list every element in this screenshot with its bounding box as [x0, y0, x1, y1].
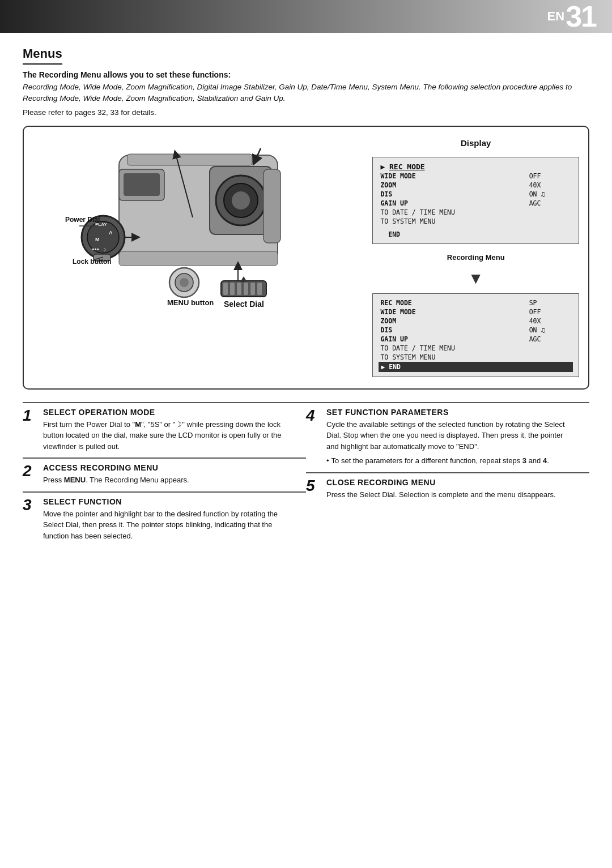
menu-row-zoom-label: ZOOM — [379, 181, 527, 190]
svg-rect-28 — [237, 283, 241, 295]
page-number: 31 — [566, 2, 596, 31]
recording-menu-label: Recording Menu — [372, 253, 579, 262]
step-4-bullet: • To set the parameters for a different … — [326, 455, 576, 467]
svg-rect-27 — [230, 283, 235, 295]
menu2-wide-mode-val: OFF — [528, 307, 573, 317]
menu2-rec-mode-val: SP — [528, 298, 573, 307]
diagram-right: Display ▶ REC MODE WIDE MODE OFF ZOOM 40… — [372, 138, 579, 377]
svg-rect-29 — [244, 283, 248, 295]
menu-end-1: END — [379, 226, 573, 239]
menu2-gainup-val: AGC — [528, 335, 573, 344]
intro-normal: Please refer to pages 32, 33 for details… — [23, 108, 589, 117]
step-4: 4 SET FUNCTION PARAMETERS Cycle the avai… — [306, 402, 589, 472]
step-1: 1 SELECT OPERATION MODE First turn the P… — [23, 402, 306, 458]
en-label: EN — [547, 9, 565, 24]
menu-row-zoom-val: 40X — [528, 181, 573, 190]
svg-rect-26 — [223, 283, 228, 295]
step-1-body: First turn the Power Dial to "M", "5S" o… — [43, 419, 292, 452]
step-3-title: SELECT FUNCTION — [43, 497, 292, 506]
menu2-system-label: TO SYSTEM MENU — [379, 353, 573, 362]
step-3-body: Move the pointer and highlight bar to th… — [43, 508, 292, 542]
svg-rect-7 — [128, 154, 252, 165]
menu-row-wide-mode-val: OFF — [528, 172, 573, 181]
steps-container: 1 SELECT OPERATION MODE First turn the P… — [23, 402, 589, 548]
menu-row-gainup-val: AGC — [528, 199, 573, 208]
menu2-date-label: TO DATE / TIME MENU — [379, 344, 573, 353]
svg-text:Power Dial: Power Dial — [65, 216, 100, 224]
step-5-title: CLOSE RECORDING MENU — [326, 478, 576, 487]
steps-left: 1 SELECT OPERATION MODE First turn the P… — [23, 402, 306, 548]
svg-text:M: M — [95, 237, 100, 242]
main-content: Menus The Recording Menu allows you to s… — [0, 33, 612, 564]
camera-diagram-svg: PLAY A M ●●● ☽ — [62, 138, 334, 308]
menu-row-gainup-label: GAIN UP — [379, 199, 527, 208]
camera-area: PLAY A M ●●● ☽ — [33, 138, 363, 308]
step-3-number: 3 — [23, 497, 39, 513]
menu-row-dis-val: ON ♫ — [528, 190, 573, 199]
step-4-number: 4 — [306, 408, 322, 424]
step-2-title: ACCESS RECORDING MENU — [43, 463, 292, 472]
svg-text:A: A — [109, 230, 113, 236]
intro-bold: The Recording Menu allows you to set the… — [23, 70, 589, 79]
menu2-wide-mode-label: WIDE MODE — [379, 307, 527, 317]
menu2-gainup-label: GAIN UP — [379, 335, 527, 344]
menu2-dis-label: DIS — [379, 326, 527, 335]
arrow-down-icon: ▼ — [372, 271, 579, 287]
step-4-body: Cycle the available settings of the sele… — [326, 419, 576, 452]
step-2-content: ACCESS RECORDING MENU Press MENU. The Re… — [43, 463, 292, 486]
svg-rect-9 — [119, 251, 278, 266]
svg-text:Select Dial: Select Dial — [224, 300, 264, 308]
step-5: 5 CLOSE RECORDING MENU Press the Select … — [306, 472, 589, 506]
diagram-box: PLAY A M ●●● ☽ — [23, 126, 589, 390]
menu-row-dis-label: DIS — [379, 190, 527, 199]
step-3-content: SELECT FUNCTION Move the pointer and hig… — [43, 497, 292, 542]
step-5-content: CLOSE RECORDING MENU Press the Select Di… — [326, 478, 576, 501]
step-1-title: SELECT OPERATION MODE — [43, 408, 292, 417]
menu-row-system-label: TO SYSTEM MENU — [379, 217, 573, 226]
svg-marker-32 — [240, 276, 247, 282]
intro-italic: Recording Mode, Wide Mode, Zoom Magnific… — [23, 82, 589, 105]
svg-text:MENU button: MENU button — [167, 298, 214, 307]
steps-right: 4 SET FUNCTION PARAMETERS Cycle the avai… — [306, 402, 589, 548]
svg-rect-8 — [264, 169, 280, 243]
step-2: 2 ACCESS RECORDING MENU Press MENU. The … — [23, 457, 306, 491]
menu2-dis-val: ON ♫ — [528, 326, 573, 335]
section-title: Menus — [23, 46, 62, 65]
svg-rect-30 — [250, 283, 255, 295]
step-3: 3 SELECT FUNCTION Move the pointer and h… — [23, 491, 306, 548]
menu2-rec-mode-label: REC MODE — [379, 298, 527, 307]
menu2-zoom-label: ZOOM — [379, 317, 527, 326]
svg-text:Lock button: Lock button — [73, 258, 112, 266]
svg-rect-31 — [257, 283, 262, 295]
menu-table-2: REC MODE SP WIDE MODE OFF ZOOM 40X DIS O… — [379, 298, 573, 372]
menu-table-1: ▶ REC MODE WIDE MODE OFF ZOOM 40X DIS ON… — [379, 162, 573, 239]
diagram-left: PLAY A M ●●● ☽ — [33, 138, 363, 314]
svg-point-24 — [180, 278, 189, 287]
header-bar: EN 31 — [0, 0, 612, 33]
menu-box-2: REC MODE SP WIDE MODE OFF ZOOM 40X DIS O… — [372, 293, 579, 377]
menu2-end: ▶ END — [379, 362, 573, 372]
svg-point-4 — [232, 191, 250, 209]
menu-arrow-1: ▶ REC MODE — [379, 162, 573, 172]
step-5-body: Press the Select Dial. Selection is comp… — [326, 489, 576, 501]
step-4-title: SET FUNCTION PARAMETERS — [326, 408, 576, 417]
menu2-zoom-val: 40X — [528, 317, 573, 326]
svg-text:☽: ☽ — [102, 247, 106, 253]
step-1-number: 1 — [23, 408, 39, 424]
menu-box-1: ▶ REC MODE WIDE MODE OFF ZOOM 40X DIS ON… — [372, 157, 579, 244]
step-1-content: SELECT OPERATION MODE First turn the Pow… — [43, 408, 292, 452]
step-4-content: SET FUNCTION PARAMETERS Cycle the availa… — [326, 408, 576, 467]
step-5-number: 5 — [306, 478, 322, 494]
step-2-body: Press MENU. The Recording Menu appears. — [43, 474, 292, 486]
menu-row-date-label: TO DATE / TIME MENU — [379, 208, 573, 217]
menu-row-wide-mode-label: WIDE MODE — [379, 172, 527, 181]
display-label: Display — [372, 138, 579, 148]
svg-rect-6 — [124, 173, 160, 196]
step-2-number: 2 — [23, 463, 39, 479]
svg-text:●●●: ●●● — [92, 247, 99, 251]
